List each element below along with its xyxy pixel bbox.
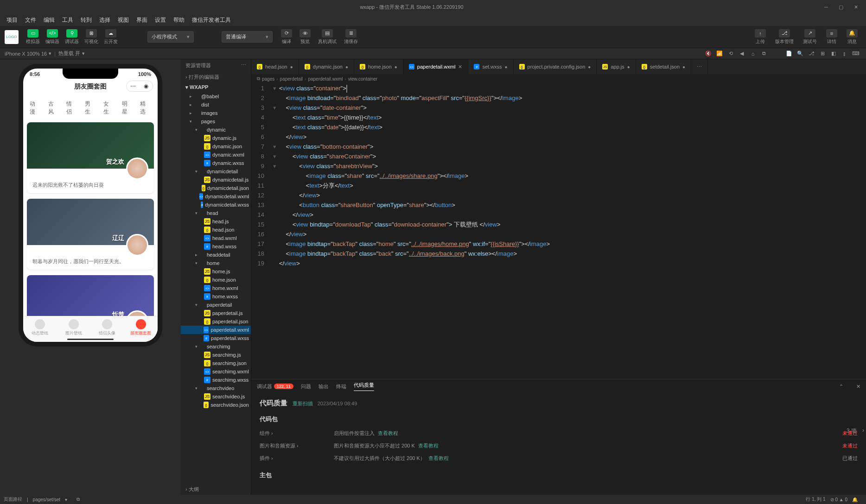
file-searchimg[interactable]: ▾searchimg	[181, 342, 251, 351]
file-head.js[interactable]: JShead.js	[181, 217, 251, 226]
upload-button[interactable]: ↑上传	[751, 28, 770, 46]
file-dist[interactable]: ▸dist	[181, 101, 251, 109]
tutorial-link[interactable]: 查看教程	[378, 430, 398, 436]
file-searchvideo[interactable]: ▾searchvideo	[181, 384, 251, 392]
file-searchvideo.json[interactable]: {}searchvideo.json	[181, 401, 251, 409]
file-dynamic.wxss[interactable]: #dynamic.wxss	[181, 159, 251, 167]
menu-项目[interactable]: 项目	[3, 14, 21, 26]
file-paperdetail.js[interactable]: JSpaperdetail.js	[181, 309, 251, 317]
editor-tab-home.json[interactable]: {}home.json●	[354, 59, 403, 74]
crumb[interactable]: paperdetail	[280, 76, 303, 82]
editor-toggle[interactable]: </>编辑器	[44, 28, 61, 46]
file-searchvideo.js[interactable]: JSsearchvideo.js	[181, 392, 251, 401]
tab-terminal[interactable]: 终端	[336, 383, 346, 390]
crumb[interactable]: pages	[262, 76, 274, 82]
file-headdetail[interactable]: ▸headdetail	[181, 251, 251, 259]
menu-帮助[interactable]: 帮助	[170, 14, 188, 26]
rotate-icon[interactable]: ⟲	[726, 49, 735, 58]
tab-problems[interactable]: 问题	[301, 383, 311, 390]
file-home.wxss[interactable]: #home.wxss	[181, 292, 251, 301]
file-head.json[interactable]: {}head.json	[181, 226, 251, 234]
version-button[interactable]: ⎇版本管理	[771, 28, 797, 46]
miniprogram-mode-select[interactable]: 小程序模式	[147, 31, 194, 43]
error-count[interactable]: ⊘ 0 ▲ 0	[830, 497, 847, 502]
file-home.json[interactable]: {}home.json	[181, 276, 251, 284]
more-tabs[interactable]: ⋯	[691, 59, 708, 74]
compile-mode-select[interactable]: 普通编译	[222, 31, 273, 43]
editor-tab-set.wxss[interactable]: #set.wxss●	[468, 59, 513, 74]
phone-tab[interactable]: 古风	[45, 98, 62, 118]
file-dynamic.json[interactable]: {}dynamic.json	[181, 142, 251, 151]
search-icon[interactable]: 🔍	[796, 49, 805, 58]
debugger-toggle[interactable]: ⚲调试器	[63, 28, 81, 46]
editor-tab-head.json[interactable]: {}head.json●	[251, 59, 299, 74]
editor-tab-dynamic.json[interactable]: {}dynamic.json●	[299, 59, 354, 74]
cursor-position[interactable]: 行 1, 列 1	[806, 496, 825, 503]
phone-tab[interactable]: 精选	[137, 98, 154, 118]
file-home.js[interactable]: JShome.js	[181, 267, 251, 276]
testnum-button[interactable]: ↗测试号	[799, 28, 821, 46]
nav-item[interactable]: 动态壁纸	[23, 319, 57, 336]
file-dynamic.wxml[interactable]: <>dynamic.wxml	[181, 151, 251, 159]
file-dynamicdetail.json[interactable]: {}dynamicdetail.json	[181, 184, 251, 192]
tutorial-link[interactable]: 查看教程	[428, 455, 449, 461]
file-images[interactable]: ▸images	[181, 109, 251, 117]
file-dynamicdetail.wxml[interactable]: <>dynamicdetail.wxml	[181, 192, 251, 201]
file-@babel[interactable]: ▸@babel	[181, 92, 251, 101]
wifi-icon[interactable]: 📶	[715, 49, 724, 58]
tab-output[interactable]: 输出	[318, 383, 329, 390]
preview-button[interactable]: 👁预览	[296, 28, 314, 46]
file-home.wxml[interactable]: <>home.wxml	[181, 284, 251, 292]
file-dynamicdetail.js[interactable]: JSdynamicdetail.js	[181, 176, 251, 184]
phone-tab[interactable]: 情侣	[64, 98, 80, 118]
file-head.wxss[interactable]: #head.wxss	[181, 242, 251, 251]
card-item[interactable]: 忻楚	[27, 275, 154, 321]
analyze-icon[interactable]: ◧	[829, 49, 838, 58]
more-icon[interactable]: ⋯	[241, 62, 246, 69]
tab-code-quality[interactable]: 代码质量	[354, 382, 374, 391]
clear-cache-button[interactable]: ≣清缓存	[340, 28, 362, 46]
file-head.wxml[interactable]: <>head.wxml	[181, 234, 251, 242]
card-item[interactable]: 贺之欢 迟来的阳光救不了枯萎的向日葵	[27, 122, 154, 193]
device-select[interactable]: iPhone X 100% 16	[5, 51, 47, 57]
open-editors-section[interactable]: › 打开的编辑器	[181, 72, 251, 82]
code-editor[interactable]: 12345678910111213141516171819 ▾▾▾▾▾ <vie…	[251, 83, 866, 379]
extension-icon[interactable]: ⊞	[818, 49, 827, 58]
menu-转到[interactable]: 转到	[77, 14, 96, 26]
nav-item[interactable]: 朋友圈套图	[124, 319, 158, 336]
rescan-link[interactable]: 重新扫描	[293, 401, 313, 406]
crumb[interactable]: paperdetail.wxml	[308, 76, 343, 82]
message-button[interactable]: 🔔消息	[843, 28, 861, 46]
popout-icon[interactable]: ⧉	[759, 49, 769, 58]
menu-界面[interactable]: 界面	[133, 14, 151, 26]
terminal-icon[interactable]: ⌨	[851, 49, 860, 58]
menu-微信开发者工具[interactable]: 微信开发者工具	[188, 14, 235, 26]
file-head[interactable]: ▾head	[181, 209, 251, 217]
visual-toggle[interactable]: ⊞可视化	[83, 28, 100, 46]
menu-设置[interactable]: 设置	[151, 14, 170, 26]
split-icon[interactable]: ⫿	[840, 49, 849, 58]
explorer-icon[interactable]: 📄	[784, 49, 794, 58]
page-path-value[interactable]: pages/set/set	[33, 497, 60, 502]
project-root[interactable]: ▾ WXAPP	[181, 82, 251, 92]
back-icon[interactable]: ◀	[737, 49, 746, 58]
git-icon[interactable]: ⎇	[807, 49, 816, 58]
menu-工具[interactable]: 工具	[58, 14, 77, 26]
file-dynamic.js[interactable]: JSdynamic.js	[181, 134, 251, 142]
crumb[interactable]: view.container	[348, 76, 377, 82]
menu-视图[interactable]: 视图	[114, 14, 133, 26]
capsule-button[interactable]: ⋯◉	[126, 81, 153, 92]
maximize-button[interactable]: ▢	[834, 2, 847, 12]
editor-tab-setdetail.json[interactable]: {}setdetail.json●	[636, 59, 691, 74]
file-paperdetail.wxml[interactable]: <>paperdetail.wxml	[181, 326, 251, 334]
file-searchimg.wxss[interactable]: #searchimg.wxss	[181, 376, 251, 384]
menu-编辑[interactable]: 编辑	[40, 14, 58, 26]
collapse-icon[interactable]: ⌃	[839, 384, 843, 390]
phone-tab[interactable]: 男生	[82, 98, 99, 118]
file-paperdetail.wxss[interactable]: #paperdetail.wxss	[181, 334, 251, 342]
file-searchimg.json[interactable]: {}searchimg.json	[181, 359, 251, 367]
tutorial-link[interactable]: 查看教程	[418, 443, 439, 448]
simulator-toggle[interactable]: ▭模拟器	[24, 28, 42, 46]
file-dynamicdetail.wxss[interactable]: #dynamicdetail.wxss	[181, 201, 251, 209]
file-paperdetail.json[interactable]: {}paperdetail.json	[181, 317, 251, 326]
